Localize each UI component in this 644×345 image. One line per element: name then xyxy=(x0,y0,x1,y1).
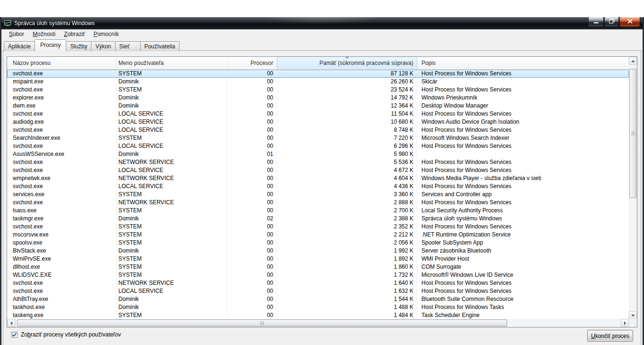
cell-user: NETWORK SERVICE xyxy=(116,279,228,287)
horizontal-scrollbar[interactable] xyxy=(7,319,629,327)
scroll-down-button[interactable] xyxy=(629,311,637,319)
column-label: Pamäť (súkromná pracovná súprava) xyxy=(319,60,413,66)
cell-description: Host Process for Windows Services xyxy=(417,199,629,207)
cell-user: NETWORK SERVICE xyxy=(116,174,228,182)
show-all-users-checkbox[interactable]: Zobraziť procesy všetkých používateľov xyxy=(11,331,121,338)
menu-item-zobrazit[interactable]: Zobraziť xyxy=(60,29,89,39)
process-row[interactable]: spoolsv.exeSYSTEM002 056 KSpooler SubSys… xyxy=(7,239,629,247)
process-row[interactable]: lsass.exeSYSTEM002 700 KLocal Security A… xyxy=(7,207,629,215)
scroll-left-button[interactable] xyxy=(7,319,15,327)
cell-memory: 3 360 K xyxy=(277,191,417,199)
cell-cpu: 00 xyxy=(228,295,277,303)
scroll-right-icon xyxy=(624,321,626,325)
minimize-button[interactable] xyxy=(588,17,604,27)
process-row[interactable]: mscorsvw.exeSYSTEM002 212 K.NET Runtime … xyxy=(7,231,629,239)
scroll-right-button[interactable] xyxy=(621,319,629,327)
process-row[interactable]: WmiPrvSE.exeSYSTEM001 892 KWMI Provider … xyxy=(7,255,629,263)
checkbox-box[interactable] xyxy=(11,332,18,338)
cell-user: SYSTEM xyxy=(116,191,228,199)
process-row[interactable]: audiodg.exeLOCAL SERVICE0010 680 KWindow… xyxy=(7,118,629,126)
menu-item-pomocnik[interactable]: Pomocník xyxy=(89,29,123,39)
column-header-user[interactable]: Meno používateľa xyxy=(116,57,228,69)
cell-user: SYSTEM xyxy=(116,239,228,247)
cell-description: Local Security Authority Process xyxy=(417,207,629,215)
tab-procesy[interactable]: Procesy xyxy=(35,39,66,51)
horizontal-scroll-track[interactable] xyxy=(15,319,621,327)
check-icon xyxy=(12,332,17,337)
process-row[interactable]: svchost.exeSYSTEM0087 128 KHost Process … xyxy=(7,70,629,78)
scrollbar-corner xyxy=(629,319,637,327)
cell-memory: 5 536 K xyxy=(277,158,417,166)
process-row[interactable]: svchost.exeNETWORK SERVICE001 640 KHost … xyxy=(7,279,629,287)
scroll-up-button[interactable] xyxy=(629,57,637,65)
process-row[interactable]: svchost.exeNETWORK SERVICE005 536 KHost … xyxy=(7,158,629,166)
tab-siet[interactable]: Sieť xyxy=(115,41,141,51)
process-row[interactable]: svchost.exeLOCAL SERVICE004 436 KHost Pr… xyxy=(7,182,629,191)
menu-item-moznosti[interactable]: Možnosti xyxy=(28,29,60,39)
tab-vykon[interactable]: Výkon xyxy=(91,41,115,51)
cell-user: NETWORK SERVICE xyxy=(116,199,228,207)
process-row[interactable]: wmpnetwk.exeNETWORK SERVICE004 604 KWind… xyxy=(7,174,629,182)
vertical-scrollbar[interactable] xyxy=(629,57,637,319)
cell-memory: 1 544 K xyxy=(277,295,417,303)
process-row[interactable]: svchost.exeLOCAL SERVICE006 296 KHost Pr… xyxy=(7,142,629,150)
cell-memory: 1 488 K xyxy=(277,303,417,311)
process-row[interactable]: dwm.exeDominik0012 364 KDesktop Window M… xyxy=(7,102,629,110)
menu-item-subor[interactable]: Súbor xyxy=(5,29,28,39)
restore-button[interactable] xyxy=(604,17,619,27)
process-row[interactable]: SearchIndexer.exeSYSTEM007 220 KMicrosof… xyxy=(7,134,629,142)
cell-user: SYSTEM xyxy=(116,134,228,142)
tab-sluzby[interactable]: Služby xyxy=(66,41,91,51)
cell-description: Host Process for Windows Services xyxy=(417,182,629,191)
process-row[interactable]: explorer.exeDominik0014 792 KWindows Pri… xyxy=(7,94,629,102)
cell-user: LOCAL SERVICE xyxy=(116,142,228,150)
process-row[interactable]: dllhost.exeSYSTEM001 860 KCOM Surrogate xyxy=(7,263,629,271)
column-header-memory[interactable]: Pamäť (súkromná pracovná súprava) xyxy=(277,57,417,69)
process-row[interactable]: svchost.exeSYSTEM002 352 KHost Process f… xyxy=(7,223,629,231)
cell-name: dllhost.exe xyxy=(7,263,116,271)
cell-cpu: 00 xyxy=(228,255,277,263)
cell-user: Dominik xyxy=(116,247,228,255)
cell-memory: 1 640 K xyxy=(277,279,417,287)
cell-name: WmiPrvSE.exe xyxy=(7,255,116,263)
vertical-scroll-thumb[interactable] xyxy=(629,69,636,198)
tab-pouzivatelia[interactable]: Používatelia xyxy=(140,41,179,51)
process-row[interactable]: svchost.exeLOCAL SERVICE0011 504 KHost P… xyxy=(7,110,629,118)
process-row[interactable]: svchost.exeLOCAL SERVICE008 748 KHost Pr… xyxy=(7,126,629,134)
process-row[interactable]: services.exeSYSTEM003 360 KServices and … xyxy=(7,191,629,199)
cell-description: Windows Audio Device Graph Isolation xyxy=(417,118,629,126)
cell-cpu: 00 xyxy=(228,134,277,142)
column-header-description[interactable]: Popis xyxy=(417,57,629,69)
process-row[interactable]: AthBtTray.exeDominik001 544 KBluetooth S… xyxy=(7,295,629,303)
process-row[interactable]: taskmgr.exeDominik022 388 KSprávca úloh … xyxy=(7,215,629,223)
vertical-scroll-track[interactable] xyxy=(629,65,637,311)
title-bar[interactable]: Správca úloh systému Windows xyxy=(0,17,644,29)
process-row[interactable]: WLIDSVC.EXESYSTEM001 732 KMicrosoft® Win… xyxy=(7,271,629,279)
cell-memory: 4 672 K xyxy=(277,166,417,174)
close-button[interactable] xyxy=(619,17,640,27)
process-row[interactable]: taskeng.exeSYSTEM001 484 KTask Scheduler… xyxy=(7,311,629,319)
caption-buttons xyxy=(588,17,640,27)
process-row[interactable]: mspaint.exeDominik0026 260 KSkicár xyxy=(7,78,629,86)
cell-memory: 2 056 K xyxy=(277,239,417,247)
cell-cpu: 00 xyxy=(228,287,277,295)
cell-name: svchost.exe xyxy=(7,142,116,150)
tab-aplikacie[interactable]: Aplikácie xyxy=(4,41,35,51)
cell-user: LOCAL SERVICE xyxy=(116,287,228,295)
column-header-name[interactable]: Názov procesu xyxy=(7,57,116,69)
process-row[interactable]: svchost.exeLOCAL SERVICE001 632 KHost Pr… xyxy=(7,287,629,295)
restore-icon xyxy=(609,18,615,25)
cell-user: SYSTEM xyxy=(116,311,228,319)
column-header-cpu[interactable]: Procesor xyxy=(228,57,277,69)
end-process-button[interactable]: Ukončiť proces xyxy=(587,330,633,342)
horizontal-scroll-thumb[interactable] xyxy=(17,319,507,327)
process-row[interactable]: svchost.exeNETWORK SERVICE002 888 KHost … xyxy=(7,199,629,207)
sort-desc-icon xyxy=(345,57,349,59)
process-row[interactable]: taskhost.exeDominik001 488 KHost Process… xyxy=(7,303,629,311)
scroll-down-icon xyxy=(631,315,635,317)
cell-name: BtvStack.exe xyxy=(7,247,116,255)
process-row[interactable]: svchost.exeSYSTEM0023 524 KHost Process … xyxy=(7,86,629,94)
process-row[interactable]: AsusWSService.exeDominik015 980 K xyxy=(7,150,629,158)
process-row[interactable]: BtvStack.exeDominik001 992 KServer zásob… xyxy=(7,247,629,255)
process-row[interactable]: svchost.exeLOCAL SERVICE004 672 KHost Pr… xyxy=(7,166,629,174)
